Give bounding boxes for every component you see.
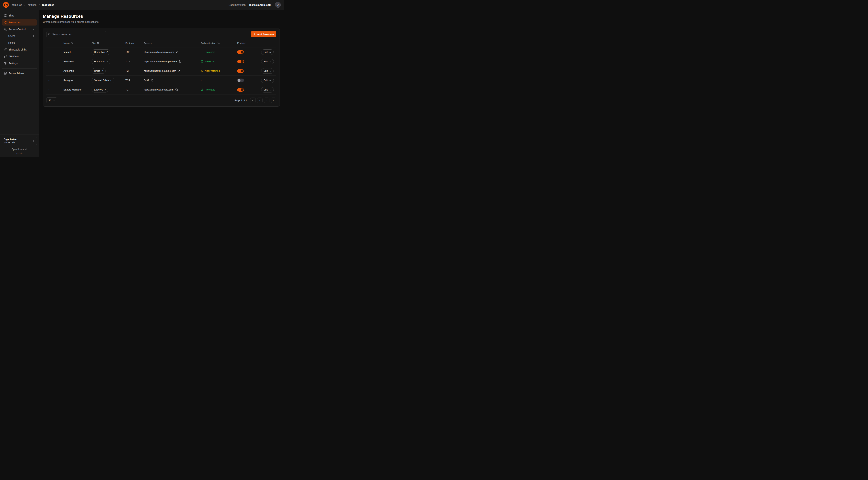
row-access-cell: https://authentik.example.com — [144, 69, 201, 72]
row-access-cell: https://battery.example.com — [144, 88, 201, 91]
row-menu-button[interactable]: ··· — [49, 88, 52, 91]
sidebar-item-users[interactable]: Users — [2, 33, 37, 39]
copy-icon[interactable] — [151, 79, 153, 82]
site-link[interactable]: Office ↗ — [92, 68, 106, 74]
sidebar-item-label: Roles — [8, 41, 15, 44]
auth-status-label: Protected — [205, 60, 215, 63]
sidebar-item-api-keys[interactable]: API Keys — [2, 53, 37, 60]
site-link[interactable]: Second Office ↗ — [92, 78, 114, 83]
copy-icon[interactable] — [176, 51, 178, 53]
main-content: Manage Resources Create secure proxies t… — [39, 10, 284, 157]
open-source-link[interactable]: Open Source — [2, 148, 37, 151]
page-indicator: Page 1 of 1 — [235, 99, 247, 102]
first-page-button[interactable]: « — [250, 97, 256, 103]
enabled-toggle[interactable] — [237, 69, 244, 73]
enabled-toggle[interactable] — [237, 60, 244, 63]
site-link-label: Office — [94, 69, 100, 72]
row-name-cell: Bitwarden — [63, 60, 92, 63]
site-link[interactable]: Home Lab ↗ — [92, 59, 111, 64]
sidebar-item-settings[interactable]: Settings — [2, 60, 37, 66]
page-size-select[interactable]: 20 — [46, 97, 57, 103]
documentation-link[interactable]: Documentation — [228, 3, 246, 6]
row-protocol-cell: TCP — [125, 51, 144, 53]
table-header: Name Site Protocol — [46, 39, 276, 48]
page-subtitle: Create secure proxies to your private ap… — [43, 21, 280, 23]
page-size-value: 20 — [49, 99, 51, 102]
sidebar-item-sites[interactable]: Sites — [2, 12, 37, 19]
previous-page-button[interactable]: ‹ — [257, 97, 262, 103]
row-edit-cell: Edit → — [260, 78, 276, 83]
chevron-right-icon — [24, 4, 26, 6]
sort-icon[interactable] — [217, 42, 220, 44]
user-email: joe@example.com — [249, 3, 272, 6]
next-page-button[interactable]: › — [264, 97, 270, 103]
row-menu-button[interactable]: ··· — [49, 79, 52, 82]
row-actions-cell: ··· — [46, 88, 63, 91]
site-link[interactable]: Edge 01 ↗ — [92, 87, 108, 92]
search-input[interactable] — [46, 31, 106, 37]
row-menu-button[interactable]: ··· — [49, 60, 52, 63]
gear-icon — [4, 62, 7, 65]
sidebar-item-resources[interactable]: Resources — [2, 19, 37, 26]
add-resource-button[interactable]: Add Resource — [251, 31, 276, 37]
row-auth-cell: - — [201, 79, 237, 82]
edit-button[interactable]: Edit → — [261, 87, 274, 92]
row-protocol-cell: TCP — [125, 69, 144, 72]
row-site-cell: Second Office ↗ — [92, 78, 125, 83]
enabled-toggle[interactable] — [237, 50, 244, 54]
avatar[interactable]: J — [275, 2, 281, 8]
table-row: ··· Battery Manager Edge 01 ↗ TCP https:… — [46, 85, 276, 94]
arrow-right-icon: → — [269, 79, 271, 82]
pagination-bar: 20 Page 1 of 1 « ‹ › » — [46, 97, 276, 103]
sidebar-item-label: API Keys — [8, 55, 19, 58]
organization-selector[interactable]: Organization Home Lab — [2, 137, 37, 145]
shield-check-icon — [201, 51, 204, 53]
toggle-knob — [241, 60, 244, 63]
column-header-site: Site — [92, 42, 125, 44]
pagination-controls: Page 1 of 1 « ‹ › » — [235, 97, 276, 103]
breadcrumb-settings[interactable]: settings — [28, 3, 36, 6]
organization-label: Organization — [4, 138, 17, 141]
table-toolbar: Add Resource — [46, 31, 276, 37]
sidebar-item-label: Resources — [8, 21, 21, 24]
sites-grid-icon — [4, 14, 7, 17]
auth-status: - — [201, 79, 202, 82]
sidebar-item-shareable-links[interactable]: Shareable Links — [2, 46, 37, 53]
site-link-label: Edge 01 — [94, 88, 103, 91]
row-menu-button[interactable]: ··· — [49, 69, 52, 72]
column-header-authentication: Authentication — [201, 42, 237, 44]
enabled-toggle[interactable] — [237, 79, 244, 82]
row-edit-cell: Edit → — [260, 50, 276, 55]
row-name-cell: Immich — [63, 51, 92, 53]
last-page-button[interactable]: » — [271, 97, 276, 103]
app-window: home-lab settings resources Documentatio… — [0, 0, 284, 157]
edit-button[interactable]: Edit → — [261, 78, 274, 83]
row-access-cell: https://bitwarden.example.com — [144, 60, 201, 63]
edit-button[interactable]: Edit → — [261, 50, 274, 55]
breadcrumb-home-lab[interactable]: home-lab — [11, 3, 22, 6]
edit-button[interactable]: Edit → — [261, 59, 274, 64]
sidebar-item-label: Users — [8, 35, 15, 37]
breadcrumb-resources[interactable]: resources — [42, 3, 54, 6]
edit-button[interactable]: Edit → — [261, 68, 274, 74]
copy-icon[interactable] — [175, 89, 178, 91]
enabled-toggle[interactable] — [237, 88, 244, 92]
row-menu-button[interactable]: ··· — [49, 51, 52, 54]
shield-check-icon — [201, 60, 204, 63]
site-link-label: Second Office — [94, 79, 109, 82]
sidebar-item-access-control[interactable]: Access Control — [2, 26, 37, 32]
toggle-knob — [241, 69, 244, 72]
app-logo-icon[interactable] — [3, 2, 9, 8]
resource-name: Authentik — [63, 69, 74, 72]
sidebar-item-roles[interactable]: Roles — [2, 40, 37, 46]
sort-icon[interactable] — [97, 42, 99, 44]
sort-icon[interactable] — [71, 42, 73, 44]
row-site-cell: Office ↗ — [92, 68, 125, 74]
sidebar-item-label: Server Admin — [8, 72, 24, 75]
copy-icon[interactable] — [178, 70, 180, 72]
copy-icon[interactable] — [179, 60, 181, 63]
toggle-knob — [241, 88, 244, 91]
sidebar-item-server-admin[interactable]: Server Admin — [2, 70, 37, 77]
site-link[interactable]: Home Lab ↗ — [92, 50, 111, 55]
resource-name: Battery Manager — [63, 88, 82, 91]
